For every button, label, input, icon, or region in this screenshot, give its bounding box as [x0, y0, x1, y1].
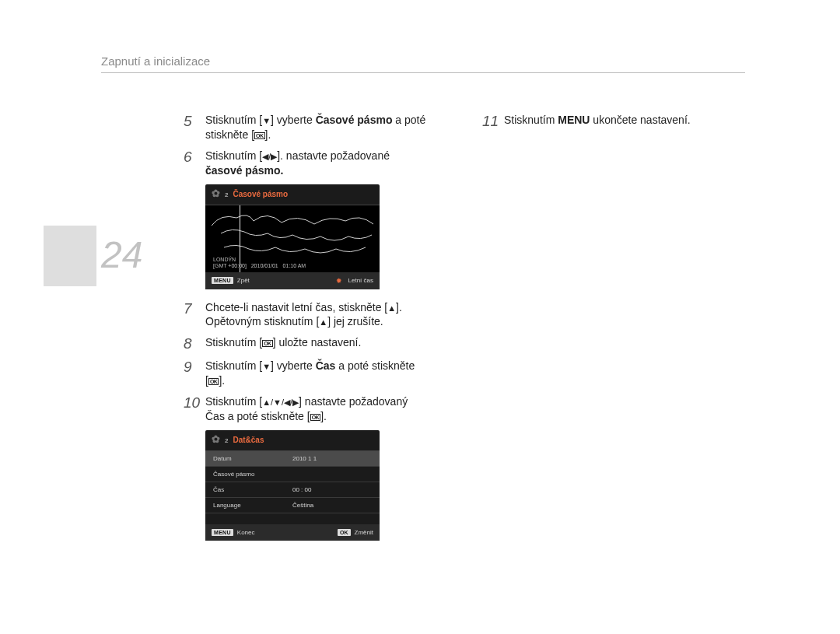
text: Stisknutím [: [205, 114, 262, 126]
ok-icon: OK: [208, 378, 219, 385]
screen-footer: MENU Zpět ✹ Letní čas: [205, 272, 380, 289]
date-display: 2010/01/01: [251, 263, 278, 268]
bold-text: Časové pásmo: [316, 114, 393, 126]
text: Chcete-li nastavit letní čas, stiskněte …: [205, 301, 387, 313]
triangle-up-icon: ▲: [387, 303, 396, 314]
step-text: Stisknutím [OK] uložte nastavení.: [205, 335, 361, 350]
world-map: LONDÝN [GMT +00:00] 2010/01/01 01:10 AM: [205, 205, 380, 272]
row-label: Language: [213, 502, 292, 509]
menu-chip: MENU: [212, 277, 233, 284]
menu-chip: MENU: [212, 529, 233, 536]
step-number: 7: [184, 300, 205, 317]
row-label: Datum: [213, 455, 292, 462]
text: Stisknutím: [504, 114, 558, 126]
table-row: Čas 00 : 00: [205, 482, 380, 498]
triangle-down-icon: ▼: [262, 361, 271, 373]
text: Stisknutím [: [205, 395, 262, 408]
text: ].: [320, 410, 327, 422]
ok-icon: OK: [310, 414, 321, 421]
row-value: 2010 1 1: [292, 455, 372, 462]
screen-timezone: 2 Časové pásmo LONDÝN [GMT +00:00] 2010/…: [205, 184, 380, 289]
text: Stisknutím [: [205, 149, 262, 162]
ok-icon: OK: [262, 340, 273, 347]
section-header: Zapnutí a inicializace: [101, 54, 745, 73]
triangle-up-icon: ▲: [319, 317, 327, 328]
time-display: 01:10 AM: [283, 263, 306, 268]
row-value: [292, 471, 372, 478]
step-number: 8: [184, 335, 205, 352]
end-label: Konec: [237, 529, 255, 536]
screen-title: Dat&čas: [233, 436, 264, 444]
gear-icon: [212, 435, 222, 446]
text: ] nastavte požadovaný: [299, 395, 408, 408]
row-label: Časové pásmo: [213, 471, 292, 478]
screen-title-bar: 2 Časové pásmo: [205, 184, 380, 205]
step-text: Stisknutím MENU ukončete nastavení.: [504, 113, 691, 128]
back-label: Zpět: [237, 277, 250, 284]
page-number-tab: [44, 226, 96, 286]
gmt-offset: [GMT +00:00]: [213, 263, 247, 268]
step-8: 8 Stisknutím [OK] uložte nastavení.: [184, 335, 471, 352]
triangle-left-right-icon: ◀/▶: [262, 151, 277, 163]
row-label: Čas: [213, 486, 292, 493]
bold-text: Čas: [316, 359, 336, 372]
row-value: 00 : 00: [292, 486, 372, 493]
text: Opětovným stisknutím [: [205, 315, 319, 328]
table-row: Datum 2010 1 1: [205, 451, 380, 467]
screen-title-bar: 2 Dat&čas: [205, 430, 380, 451]
dst-label: Letní čas: [348, 277, 373, 284]
text: ].: [396, 301, 402, 313]
step-number: 11: [482, 113, 504, 130]
text: Stisknutím [: [205, 336, 262, 349]
text: ] vyberte: [271, 114, 316, 126]
screen-title: Časové pásmo: [233, 190, 288, 198]
step-text: Stisknutím [▼] vyberte Čas a poté stiskn…: [205, 359, 415, 388]
step-text: Chcete-li nastavit letní čas, stiskněte …: [205, 300, 402, 330]
text: ].: [219, 374, 225, 387]
step-text: Stisknutím [▼] vyberte Časové pásmo a po…: [205, 113, 471, 142]
step-9: 9 Stisknutím [▼] vyberte Čas a poté stis…: [184, 359, 471, 388]
text: ] jej zrušíte.: [327, 315, 383, 328]
change-label: Změnit: [355, 529, 373, 536]
step-number: 5: [184, 113, 205, 130]
step-7: 7 Chcete-li nastavit letní čas, stisknět…: [184, 300, 471, 330]
dst-icon: ✹: [336, 277, 342, 285]
footer-left: MENU Zpět: [212, 277, 250, 284]
step-number: 10: [184, 394, 205, 412]
text: a poté stiskněte: [335, 359, 415, 372]
left-column: 5 Stisknutím [▼] vyberte Časové pásmo a …: [184, 113, 471, 552]
text: ]. nastavte požadované: [277, 149, 390, 162]
table-row: Language Čeština: [205, 498, 380, 513]
text: Stisknutím [: [205, 359, 262, 372]
gear-sub: 2: [225, 437, 228, 444]
text: ] uložte nastavení.: [273, 336, 362, 349]
screen-datetime: 2 Dat&čas Datum 2010 1 1 Časové pásmo Ča…: [205, 430, 380, 541]
text: ] vyberte: [271, 359, 316, 372]
step-6: 6 Stisknutím [◀/▶]. nastavte požadované …: [184, 149, 471, 178]
right-column: 11 Stisknutím MENU ukončete nastavení.: [482, 113, 770, 136]
step-text: Stisknutím [◀/▶]. nastavte požadované ča…: [205, 149, 390, 178]
screen-body: LONDÝN [GMT +00:00] 2010/01/01 01:10 AM: [205, 205, 380, 272]
ok-icon: OK: [254, 132, 265, 139]
gear-icon: [212, 189, 222, 200]
gear-sub: 2: [225, 191, 228, 198]
footer-right: OK Změnit: [338, 529, 373, 536]
screen-footer: MENU Konec OK Změnit: [205, 524, 380, 541]
bold-text: časové pásmo.: [205, 164, 283, 177]
table-row: Časové pásmo: [205, 467, 380, 482]
settings-table: Datum 2010 1 1 Časové pásmo Čas 00 : 00 …: [205, 451, 380, 513]
step-10: 10 Stisknutím [▲/▼/◀/▶] nastavte požadov…: [184, 394, 471, 424]
text: ukončete nastavení.: [590, 114, 690, 126]
step-5: 5 Stisknutím [▼] vyberte Časové pásmo a …: [184, 113, 471, 142]
footer-left: MENU Konec: [212, 529, 255, 536]
text: ].: [265, 128, 271, 141]
screen-body: Datum 2010 1 1 Časové pásmo Čas 00 : 00 …: [205, 451, 380, 524]
map-info: LONDÝN [GMT +00:00] 2010/01/01 01:10 AM: [213, 257, 306, 270]
page-number: 24: [101, 233, 142, 276]
triangle-down-icon: ▼: [262, 115, 271, 127]
arrow-cluster-icon: ▲/▼/◀/▶: [262, 397, 299, 408]
footer-right: ✹ Letní čas: [336, 277, 373, 285]
bold-text: MENU: [558, 114, 590, 126]
step-11: 11 Stisknutím MENU ukončete nastavení.: [482, 113, 770, 130]
step-number: 9: [184, 359, 205, 376]
